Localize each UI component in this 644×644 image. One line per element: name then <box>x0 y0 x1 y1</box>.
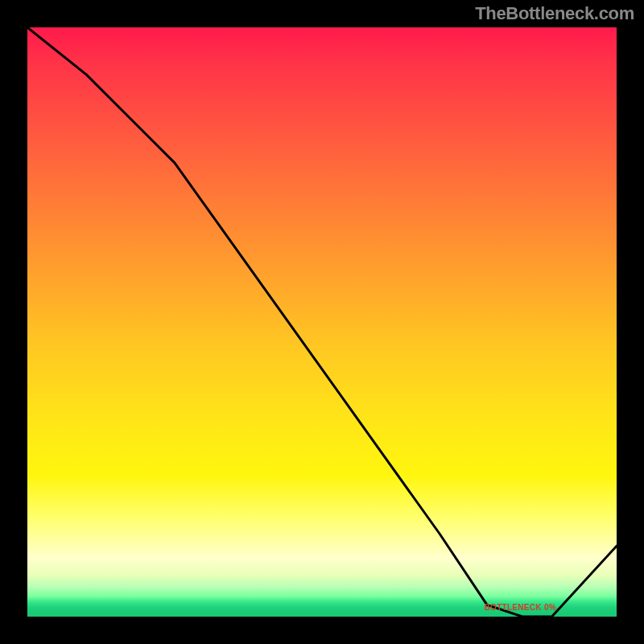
bottleneck-annotation: BOTTLENECK 0% <box>485 603 556 612</box>
attribution-text: TheBottleneck.com <box>475 3 634 24</box>
bottleneck-curve <box>27 27 617 617</box>
plot-area: BOTTLENECK 0% <box>27 27 617 617</box>
chart-stage: TheBottleneck.com BOTTLENECK 0% <box>0 0 644 644</box>
